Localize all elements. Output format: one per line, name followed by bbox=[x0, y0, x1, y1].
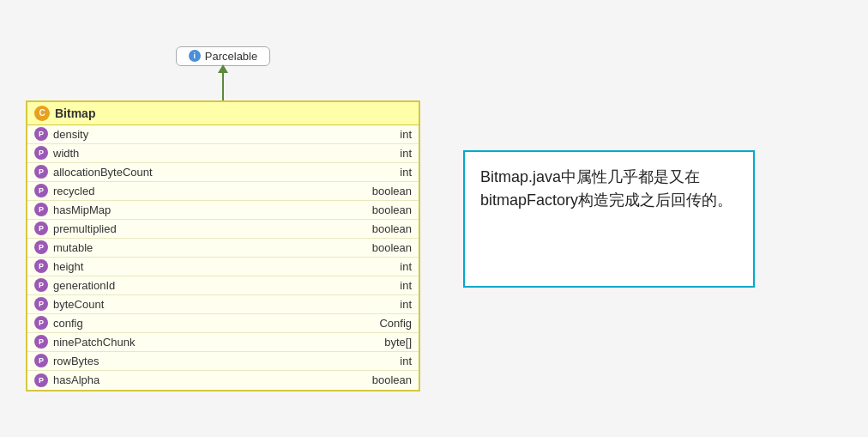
info-box: Bitmap.java中属性几乎都是又在bitmapFactory构造完成之后回… bbox=[463, 150, 755, 288]
property-name: generationId bbox=[53, 279, 343, 292]
table-row: PgenerationIdint bbox=[27, 276, 419, 295]
table-row: Ppremultipliedboolean bbox=[27, 220, 419, 239]
table-row: PhasAlphaboolean bbox=[27, 371, 419, 390]
bitmap-header: C Bitmap bbox=[27, 102, 419, 125]
table-row: PninePatchChunkbyte[] bbox=[27, 333, 419, 352]
property-name: height bbox=[53, 260, 343, 273]
property-type: boolean bbox=[343, 222, 412, 235]
property-name: recycled bbox=[53, 185, 343, 197]
property-name: hasAlpha bbox=[53, 373, 343, 386]
table-row: ProwBytesint bbox=[27, 352, 419, 371]
property-icon: P bbox=[34, 127, 48, 141]
table-row: Precycledboolean bbox=[27, 182, 419, 201]
property-name: config bbox=[53, 317, 343, 330]
bitmap-title: Bitmap bbox=[55, 106, 95, 120]
parcelable-label: Parcelable bbox=[205, 50, 257, 63]
info-text: Bitmap.java中属性几乎都是又在bitmapFactory构造完成之后回… bbox=[480, 168, 732, 209]
table-row: Pmutableboolean bbox=[27, 239, 419, 258]
property-icon: P bbox=[34, 240, 48, 254]
arrow-container bbox=[218, 66, 228, 100]
property-type: int bbox=[343, 147, 412, 160]
table-row: PbyteCountint bbox=[27, 295, 419, 314]
arrow-line bbox=[222, 73, 224, 100]
property-icon: P bbox=[34, 373, 48, 387]
property-name: byteCount bbox=[53, 298, 343, 311]
property-type: int bbox=[343, 298, 412, 311]
diagram-area: i Parcelable C Bitmap PdensityintPwidthi… bbox=[17, 46, 429, 391]
table-row: PconfigConfig bbox=[27, 314, 419, 333]
property-icon: P bbox=[34, 316, 48, 330]
table-rows: PdensityintPwidthintPallocationByteCount… bbox=[27, 125, 419, 390]
property-name: width bbox=[53, 147, 343, 160]
parcelable-box: i Parcelable bbox=[176, 46, 270, 66]
property-type: Config bbox=[343, 317, 412, 330]
property-icon: P bbox=[34, 184, 48, 197]
property-icon: P bbox=[34, 278, 48, 292]
property-name: density bbox=[53, 128, 343, 141]
bitmap-table: C Bitmap PdensityintPwidthintPallocation… bbox=[26, 100, 420, 391]
property-type: int bbox=[343, 128, 412, 141]
bitmap-class-icon: C bbox=[34, 106, 50, 121]
property-type: int bbox=[343, 355, 412, 367]
property-name: premultiplied bbox=[53, 222, 343, 235]
property-icon: P bbox=[34, 259, 48, 273]
property-type: int bbox=[343, 166, 412, 179]
property-icon: P bbox=[34, 165, 48, 179]
property-name: mutable bbox=[53, 241, 343, 254]
property-type: int bbox=[343, 260, 412, 273]
property-type: boolean bbox=[343, 203, 412, 216]
table-row: Pheightint bbox=[27, 258, 419, 276]
property-type: boolean bbox=[343, 373, 412, 386]
property-name: allocationByteCount bbox=[53, 166, 343, 179]
property-name: rowBytes bbox=[53, 355, 343, 367]
property-icon: P bbox=[34, 146, 48, 160]
table-row: PhasMipMapboolean bbox=[27, 201, 419, 220]
table-row: PallocationByteCountint bbox=[27, 163, 419, 182]
arrow-head bbox=[218, 64, 228, 73]
parcelable-icon: i bbox=[189, 50, 201, 62]
property-icon: P bbox=[34, 335, 48, 349]
property-name: ninePatchChunk bbox=[53, 336, 343, 349]
property-icon: P bbox=[34, 354, 48, 367]
property-type: boolean bbox=[343, 241, 412, 254]
table-row: Pwidthint bbox=[27, 144, 419, 163]
main-container: i Parcelable C Bitmap PdensityintPwidthi… bbox=[17, 46, 851, 391]
property-icon: P bbox=[34, 203, 48, 216]
property-type: byte[] bbox=[343, 336, 412, 349]
property-name: hasMipMap bbox=[53, 203, 343, 216]
property-icon: P bbox=[34, 222, 48, 235]
property-type: int bbox=[343, 279, 412, 292]
property-icon: P bbox=[34, 297, 48, 311]
table-row: Pdensityint bbox=[27, 125, 419, 144]
property-type: boolean bbox=[343, 185, 412, 197]
